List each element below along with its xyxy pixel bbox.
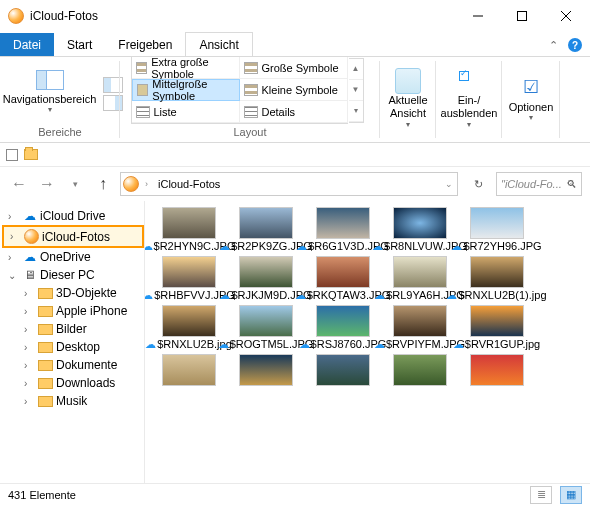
expand-icon[interactable]: › — [24, 360, 35, 371]
search-input[interactable]: "iCloud-Fo... 🔍︎ — [496, 172, 582, 196]
tree-item-musik[interactable]: ›Musik — [2, 392, 144, 410]
expand-icon[interactable]: › — [24, 378, 35, 389]
history-dropdown[interactable]: ⌄ — [443, 179, 455, 189]
expand-icon[interactable]: › — [8, 211, 19, 222]
tab-view[interactable]: Ansicht — [185, 32, 252, 57]
recent-button[interactable]: ▾ — [64, 173, 86, 195]
layout-scroll[interactable]: ▲▼▾ — [349, 58, 364, 123]
file-item[interactable]: ☁$R2HYN9C.JPG — [151, 207, 226, 252]
folder-icon — [38, 396, 53, 407]
view-icons-button[interactable]: ▦ — [560, 486, 582, 504]
file-item[interactable]: ☁$RKQTAW3.JPG — [305, 256, 380, 301]
cloud-status-icon: ☁ — [374, 338, 385, 350]
tab-share[interactable]: Freigeben — [105, 33, 185, 56]
file-item[interactable]: ☁$RVR1GUP.jpg — [459, 305, 534, 350]
expand-icon[interactable]: › — [24, 288, 35, 299]
file-item[interactable] — [305, 354, 380, 387]
file-item[interactable]: ☁$R6G1V3D.JPG — [305, 207, 380, 252]
file-item[interactable]: ☁$RNXLU2B.jpg — [151, 305, 226, 350]
file-item[interactable] — [459, 354, 534, 387]
layout-list[interactable]: Liste — [132, 101, 240, 123]
tab-start[interactable]: Start — [54, 33, 105, 56]
layout-extra-large[interactable]: Extra große Symbole — [132, 57, 240, 79]
window-title: iCloud-Fotos — [30, 9, 456, 23]
tree-item-icloud-fotos[interactable]: ›iCloud-Fotos — [2, 225, 144, 248]
cloud-status-icon: ☁ — [296, 240, 307, 252]
thumbnail — [316, 207, 370, 239]
thumbnail — [162, 354, 216, 386]
cloud-status-icon: ☁ — [446, 289, 457, 301]
layout-small[interactable]: Kleine Symbole — [240, 79, 348, 101]
tree-item-downloads[interactable]: ›Downloads — [2, 374, 144, 392]
file-item[interactable]: ☁$RHBFVVJ.JPG — [151, 256, 226, 301]
file-item[interactable]: ☁$R72YH96.JPG — [459, 207, 534, 252]
cloud-icon: ☁ — [22, 251, 37, 264]
thumbnail — [316, 354, 370, 386]
tree-item-apple-iphone[interactable]: ›Apple iPhone — [2, 302, 144, 320]
location-icon — [123, 176, 139, 192]
minimize-button[interactable] — [456, 1, 500, 31]
folder-icon — [38, 342, 53, 353]
file-item[interactable]: ☁$RJKJM9D.JPG — [228, 256, 303, 301]
group-label-panes: Bereiche — [38, 124, 81, 140]
folder-icon — [38, 360, 53, 371]
expand-icon[interactable]: › — [24, 324, 35, 335]
collapse-ribbon-icon[interactable]: ⌃ — [543, 39, 564, 56]
file-name: ☁$RVR1GUP.jpg — [453, 338, 540, 350]
address-bar[interactable]: › iCloud-Fotos ⌄ — [120, 172, 458, 196]
navigation-pane-button[interactable]: Navigationsbereich ▾ — [0, 67, 102, 117]
cloud-status-icon: ☁ — [451, 240, 462, 252]
tree-item-desktop[interactable]: ›Desktop — [2, 338, 144, 356]
folder-icon — [38, 288, 53, 299]
help-icon[interactable]: ? — [568, 38, 582, 52]
expand-icon[interactable]: › — [8, 252, 19, 263]
file-item[interactable]: ☁$RSJ8760.JPG — [305, 305, 380, 350]
file-item[interactable] — [151, 354, 226, 387]
back-button[interactable]: ← — [8, 173, 30, 195]
tab-file[interactable]: Datei — [0, 33, 54, 56]
thumbnail — [316, 256, 370, 288]
select-all-checkbox[interactable] — [6, 149, 18, 161]
close-button[interactable] — [544, 1, 588, 31]
file-item[interactable]: ☁$RNXLU2B(1).jpg — [459, 256, 534, 301]
cloud-status-icon: ☁ — [372, 240, 383, 252]
refresh-button[interactable]: ↻ — [466, 172, 490, 196]
layout-large[interactable]: Große Symbole — [240, 57, 348, 79]
file-item[interactable]: ☁$RVPIYFM.JPG — [382, 305, 457, 350]
tree-item-icloud-drive[interactable]: ›☁iCloud Drive — [2, 207, 144, 225]
expand-icon[interactable]: › — [24, 342, 35, 353]
pc-icon: 🖥 — [22, 269, 37, 282]
thumbnail — [162, 207, 216, 239]
maximize-button[interactable] — [500, 1, 544, 31]
file-name: ☁$RVPIYFM.JPG — [374, 338, 465, 350]
file-grid: ☁$R2HYN9C.JPG☁$R2PK9ZG.JPG☁$R6G1V3D.JPG☁… — [151, 207, 590, 387]
tree-item-3d-objekte[interactable]: ›3D-Objekte — [2, 284, 144, 302]
current-view-button[interactable]: Aktuelle Ansicht▾ — [382, 68, 433, 130]
expand-icon[interactable]: ⌄ — [8, 270, 19, 281]
layout-medium[interactable]: Mittelgroße Symbole — [132, 79, 240, 101]
thumbnail — [470, 207, 524, 239]
file-item[interactable]: ☁$R8NLVUW.JPG — [382, 207, 457, 252]
expand-icon[interactable]: › — [10, 231, 21, 242]
breadcrumb[interactable]: iCloud-Fotos — [154, 178, 224, 190]
file-item[interactable]: ☁$ROGTM5L.JPG — [228, 305, 303, 350]
file-item[interactable] — [228, 354, 303, 387]
up-button[interactable]: ↑ — [92, 173, 114, 195]
expand-icon[interactable]: › — [24, 306, 35, 317]
cloud-status-icon: ☁ — [219, 240, 230, 252]
tree-item-dieser-pc[interactable]: ⌄🖥Dieser PC — [2, 266, 144, 284]
thumbnail — [470, 354, 524, 386]
file-item[interactable] — [382, 354, 457, 387]
view-details-button[interactable]: ≣ — [530, 486, 552, 504]
expand-icon[interactable]: › — [24, 396, 35, 407]
file-item[interactable]: ☁$R2PK9ZG.JPG — [228, 207, 303, 252]
options-button[interactable]: ☑Optionen▾ — [503, 75, 560, 125]
tree-item-dokumente[interactable]: ›Dokumente — [2, 356, 144, 374]
show-hide-button[interactable]: Ein-/ ausblenden▾ — [435, 68, 504, 130]
forward-button[interactable]: → — [36, 173, 58, 195]
layout-details[interactable]: Details — [240, 101, 348, 123]
tree-item-onedrive[interactable]: ›☁OneDrive — [2, 248, 144, 266]
cloud-status-icon: ☁ — [218, 338, 229, 350]
layout-selector[interactable]: Extra große Symbole Große Symbole Mittel… — [131, 56, 348, 124]
tree-item-bilder[interactable]: ›Bilder — [2, 320, 144, 338]
